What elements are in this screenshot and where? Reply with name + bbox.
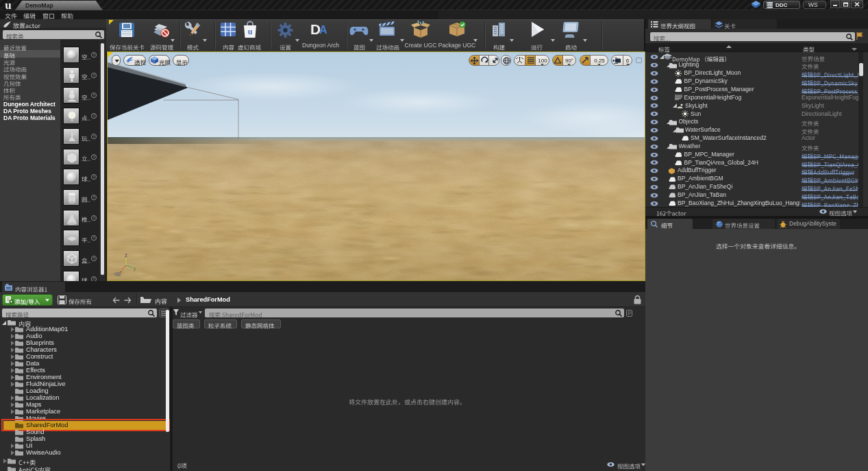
svg-text:y: y xyxy=(134,266,136,271)
svg-text:?: ? xyxy=(92,256,95,261)
svg-text:?: ? xyxy=(92,195,95,200)
svg-text:?: ? xyxy=(92,114,95,118)
svg-text:u: u xyxy=(248,27,253,36)
svg-text:?: ? xyxy=(92,53,95,57)
svg-text:?: ? xyxy=(92,94,95,98)
svg-text:x: x xyxy=(120,269,123,274)
svg-text:?: ? xyxy=(92,216,95,220)
svg-text:Z: Z xyxy=(125,254,127,258)
svg-text:?: ? xyxy=(92,73,95,77)
svg-text:?: ? xyxy=(92,134,95,138)
svg-text:?: ? xyxy=(92,277,95,281)
svg-text:?: ? xyxy=(92,175,95,179)
svg-text:?: ? xyxy=(92,236,95,240)
svg-text:?: ? xyxy=(92,155,95,159)
